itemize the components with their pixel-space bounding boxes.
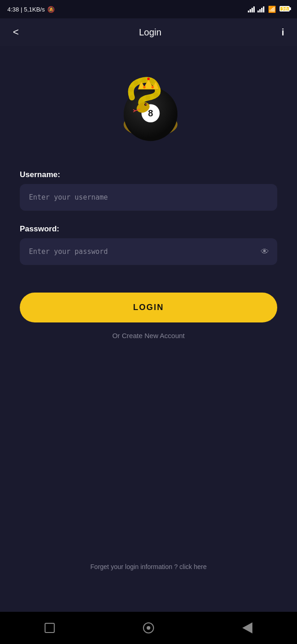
home-icon-inner — [147, 626, 150, 630]
page-title: Login — [139, 27, 161, 38]
status-bar: 4:38 | 5,1KB/s 🔕 📶 20 — [0, 0, 297, 18]
username-input[interactable] — [20, 184, 277, 211]
toggle-password-icon[interactable]: 👁 — [261, 247, 269, 257]
password-input-wrapper: 👁 — [20, 238, 277, 265]
svg-point-7 — [145, 104, 147, 105]
signal-icon — [248, 6, 255, 12]
username-field-group: Username: — [20, 170, 277, 211]
login-button[interactable]: LOGIN — [20, 293, 277, 322]
password-input[interactable] — [20, 238, 277, 265]
logo-container: 8 — [107, 64, 190, 147]
wifi-icon: 📶 — [268, 6, 276, 13]
username-label: Username: — [20, 170, 277, 179]
nav-recent-button[interactable] — [40, 619, 59, 637]
status-time-speed: 4:38 | 5,1KB/s 🔕 — [7, 6, 55, 13]
form-container: Username: Password: 👁 LOGIN Or Create Ne… — [20, 170, 277, 339]
create-account-link[interactable]: Or Create New Account — [20, 332, 277, 339]
nav-back-button[interactable] — [238, 619, 257, 637]
password-field-group: Password: 👁 — [20, 224, 277, 265]
password-label: Password: — [20, 224, 277, 234]
svg-text:8: 8 — [148, 108, 153, 118]
app-logo: 8 — [107, 64, 190, 147]
signal-icon-2 — [257, 6, 264, 12]
info-button[interactable]: i — [278, 23, 288, 41]
forget-info-link[interactable]: Forget your login information ? click he… — [91, 563, 207, 570]
status-time: 4:38 — [7, 6, 19, 13]
status-icons: 📶 20 — [248, 5, 290, 13]
page-body: 8 Usernam — [0, 46, 297, 612]
back-button[interactable]: < — [9, 23, 23, 42]
battery-icon: 20 — [280, 5, 290, 13]
svg-point-9 — [143, 86, 145, 88]
svg-point-11 — [151, 86, 154, 88]
back-icon — [242, 622, 252, 633]
home-icon — [143, 622, 154, 633]
svg-point-10 — [147, 78, 149, 80]
recent-apps-icon — [45, 623, 55, 633]
mute-icon: 🔕 — [47, 6, 55, 13]
status-speed: 5,1KB/s — [24, 6, 45, 13]
nav-home-button[interactable] — [139, 619, 158, 637]
nav-bar: < Login i — [0, 18, 297, 46]
username-input-wrapper — [20, 184, 277, 211]
bottom-nav — [0, 612, 297, 644]
